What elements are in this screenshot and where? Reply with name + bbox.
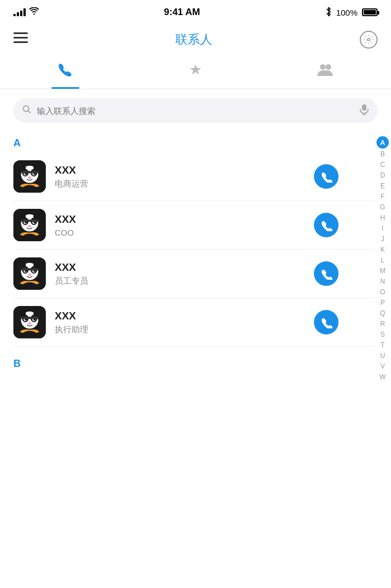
svg-point-34	[28, 225, 31, 227]
tab-bar	[0, 55, 391, 89]
contact-item[interactable]: XXX 电商运营	[13, 152, 374, 201]
contact-role: 电商运营	[55, 179, 305, 189]
status-bar: 9:41 AM 100%	[0, 0, 391, 25]
star-tab-icon	[187, 61, 204, 82]
search-bar[interactable]	[13, 98, 378, 123]
contact-info: XXX 员工专员	[55, 261, 305, 286]
avatar	[13, 306, 46, 338]
alpha-item-m[interactable]: M	[377, 266, 388, 276]
contact-item[interactable]: XXX COO	[13, 201, 374, 250]
status-right: 100%	[325, 7, 378, 18]
svg-rect-0	[13, 32, 28, 34]
svg-point-3	[368, 39, 370, 41]
battery-percent: 100%	[336, 8, 357, 17]
alpha-item-v[interactable]: V	[377, 361, 388, 371]
contact-info: XXX COO	[55, 213, 305, 237]
svg-point-5	[326, 64, 331, 70]
alpha-item-s[interactable]: S	[377, 329, 388, 340]
tab-phone[interactable]	[0, 61, 130, 89]
alphabet-index[interactable]: A B C D E F G H I J K L M N O P Q R S T …	[374, 132, 391, 588]
avatar	[13, 160, 46, 193]
search-container	[0, 89, 391, 132]
call-button[interactable]	[314, 164, 338, 189]
contacts-tab-icon	[316, 61, 335, 82]
phone-tab-icon	[57, 61, 74, 82]
contact-role: COO	[55, 228, 305, 237]
alpha-item-g[interactable]: G	[377, 202, 388, 212]
search-input[interactable]	[37, 106, 354, 116]
section-header-a: A	[13, 132, 374, 152]
alpha-item-p[interactable]: P	[377, 298, 388, 308]
header: 联系人	[0, 25, 391, 55]
alpha-item-t[interactable]: T	[377, 340, 388, 350]
contact-item[interactable]: XXX 执行助理	[13, 298, 374, 347]
section-header-b: B	[13, 347, 374, 373]
contact-role: 执行助理	[55, 324, 305, 335]
mic-icon[interactable]	[360, 104, 369, 117]
alpha-item-e[interactable]: E	[377, 181, 388, 191]
svg-rect-59	[21, 317, 39, 319]
tab-contacts[interactable]	[261, 61, 391, 89]
contact-item[interactable]: XXX 员工专员	[13, 250, 374, 298]
battery-icon	[362, 8, 378, 16]
alpha-item-i[interactable]: I	[377, 223, 388, 233]
main-content: A	[0, 132, 391, 588]
svg-point-4	[320, 64, 326, 70]
alpha-item-j[interactable]: J	[377, 234, 388, 244]
alpha-item-r[interactable]: R	[377, 319, 388, 329]
contact-list: A	[0, 132, 374, 588]
contact-info: XXX 电商运营	[55, 164, 305, 189]
svg-point-21	[28, 176, 31, 179]
svg-rect-7	[362, 104, 366, 111]
avatar	[13, 209, 46, 241]
alpha-item-k[interactable]: K	[377, 245, 388, 255]
alpha-item-q[interactable]: Q	[377, 308, 388, 318]
alpha-item-o[interactable]: O	[377, 287, 388, 297]
page-title: 联系人	[175, 31, 212, 48]
contact-name: XXX	[55, 310, 305, 322]
alpha-item-f[interactable]: F	[377, 192, 388, 202]
alpha-item-h[interactable]: H	[377, 213, 388, 223]
avatar	[13, 257, 46, 290]
call-button[interactable]	[314, 213, 338, 237]
alpha-item-u[interactable]: U	[377, 351, 388, 361]
status-left	[13, 7, 39, 17]
signal-icon	[13, 8, 26, 16]
svg-rect-46	[21, 268, 39, 270]
svg-point-60	[28, 322, 31, 324]
search-icon	[22, 105, 31, 116]
svg-rect-33	[21, 219, 39, 222]
status-time: 9:41 AM	[164, 7, 201, 18]
settings-button[interactable]	[360, 31, 378, 49]
alpha-item-d[interactable]: D	[377, 170, 388, 180]
call-button[interactable]	[314, 261, 338, 286]
tab-favorites[interactable]	[130, 61, 260, 89]
svg-rect-20	[21, 171, 39, 173]
alpha-item-w[interactable]: W	[377, 372, 388, 382]
contact-name: XXX	[55, 213, 305, 226]
tab-active-indicator	[51, 87, 79, 89]
contact-role: 员工专员	[55, 276, 305, 286]
bluetooth-icon	[325, 7, 332, 18]
svg-rect-1	[13, 37, 28, 39]
wifi-icon	[29, 7, 39, 17]
contact-info: XXX 执行助理	[55, 310, 305, 335]
alpha-item-b[interactable]: B	[377, 149, 388, 159]
alpha-item-n[interactable]: N	[377, 276, 388, 286]
svg-rect-2	[13, 41, 28, 43]
contact-name: XXX	[55, 261, 305, 274]
alpha-item-l[interactable]: L	[377, 255, 388, 265]
alpha-item-c[interactable]: C	[377, 160, 388, 170]
call-button[interactable]	[314, 310, 338, 334]
alpha-item-a[interactable]: A	[376, 136, 389, 149]
contact-name: XXX	[55, 164, 305, 176]
svg-point-47	[28, 274, 31, 276]
menu-button[interactable]	[13, 32, 28, 47]
